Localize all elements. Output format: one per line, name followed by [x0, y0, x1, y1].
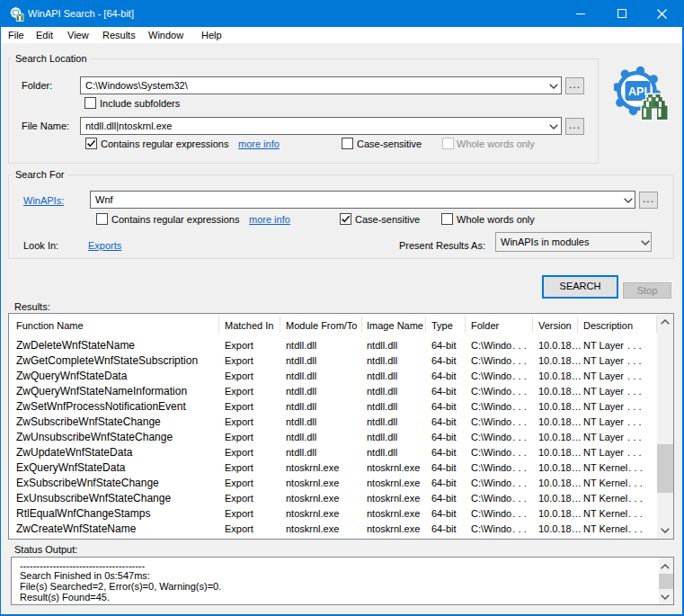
- svg-text:API: API: [628, 85, 647, 98]
